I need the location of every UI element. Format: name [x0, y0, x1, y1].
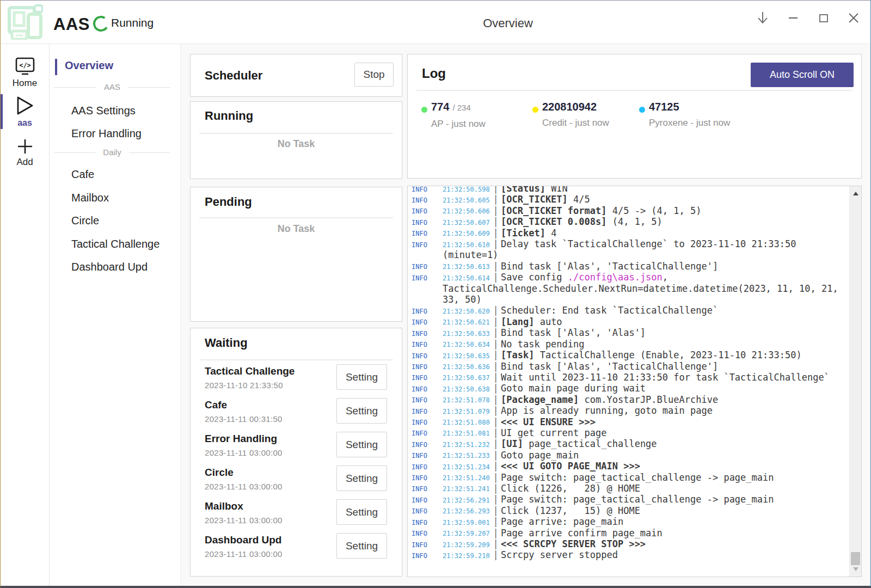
scroll-thumb[interactable]: [851, 552, 860, 565]
download-button[interactable]: [752, 7, 774, 29]
log-line: INFO21:32:59.210|Scrcpy server stopped: [412, 549, 847, 560]
running-spinner-icon: [91, 14, 110, 33]
pending-card: Pending No Task: [190, 187, 402, 322]
log-line: INFO21:32:51.233|Goto page_main: [412, 450, 847, 461]
code-monitor-icon: </>: [15, 57, 35, 76]
pending-empty-label: No Task: [191, 221, 402, 236]
auto-scroll-button[interactable]: Auto Scroll ON: [751, 63, 854, 87]
close-button[interactable]: [843, 7, 864, 29]
pending-divider: [199, 217, 393, 218]
log-line: INFO21:32:51.080|<<< UI ENSURE >>>: [412, 416, 847, 427]
log-line: INFO21:32:50.636|Bind task ['Alas', 'Tac…: [412, 361, 847, 372]
running-card: Running No Task: [190, 101, 402, 179]
waiting-task-row: Tactical Challenge2023-11-10 21:33:50Set…: [205, 363, 387, 397]
waiting-task-row: Error Handling2023-11-11 03:00:00Setting: [205, 431, 387, 464]
log-line: INFO21:32:50.613|Bind task ['Alas', 'Tac…: [412, 261, 847, 272]
setting-button[interactable]: Setting: [336, 465, 387, 491]
waiting-task-time: 2023-11-10 21:33:50: [205, 379, 283, 391]
log-line: INFO21:32:59.207|Page arrive confirm pag…: [412, 528, 847, 538]
setting-button[interactable]: Setting: [336, 364, 387, 390]
log-line: INFO21:32:50.634|No task pending: [412, 339, 847, 350]
log-line: INFO21:32:51.081|UI get current page: [412, 427, 847, 438]
stat-dot-icon: [421, 107, 427, 113]
stat-caption: Pyroxene - just now: [649, 117, 730, 129]
scheduler-title: Scheduler: [205, 67, 262, 84]
setting-button[interactable]: Setting: [336, 432, 387, 457]
stat-dot-icon: [639, 107, 645, 113]
log-line: INFO21:32:50.610|Delay task `TacticalCha…: [412, 238, 847, 249]
log-stat-pyroxene: 47125Pyroxene - just now: [639, 100, 730, 129]
waiting-task-name: Cafe: [205, 398, 227, 412]
log-line: INFO21:32:50.638|Goto main page during w…: [412, 383, 847, 394]
scroll-up-icon[interactable]: [853, 192, 858, 195]
waiting-task-name: Dashboard Upd: [205, 533, 281, 547]
log-line-continuation: 33, 50): [412, 294, 847, 305]
log-output-card[interactable]: INFO21:32:50.598|[Status] WININFO21:32:5…: [407, 186, 862, 577]
waiting-task-row: Dashboard Upd2023-11-11 03:00:00Setting: [205, 532, 387, 566]
app-logo-icon: [5, 4, 43, 40]
stat-caption: Credit - just now: [542, 117, 609, 129]
running-empty-label: No Task: [191, 136, 402, 151]
stat-suffix: / 234: [452, 103, 470, 112]
rail-item-add[interactable]: Add: [1, 138, 49, 168]
log-line: INFO21:32:50.607|[OCR_TICKET 0.008s] (4,…: [412, 216, 847, 227]
left-rail: </> Home aas Add: [1, 44, 50, 586]
stop-button[interactable]: Stop: [354, 63, 394, 87]
setting-button[interactable]: Setting: [336, 499, 387, 525]
log-line: INFO21:32:51.232|[UI] page_tactical_chal…: [412, 438, 847, 449]
nav-item-tactical-challenge[interactable]: Tactical Challenge: [71, 237, 160, 251]
page-title: Overview: [483, 16, 533, 30]
log-line: INFO21:32:50.614|Save config ./config\aa…: [412, 272, 847, 283]
maximize-button[interactable]: [813, 7, 835, 29]
nav-item-dashboard-upd[interactable]: Dashboard Upd: [71, 260, 148, 274]
running-title: Running: [205, 107, 253, 125]
nav-item-overview[interactable]: Overview: [65, 58, 113, 72]
running-status-label: Running: [111, 16, 154, 29]
log-line: INFO21:32:51.078|[Package_name] com.Yost…: [412, 394, 847, 405]
app-name: AAS: [53, 15, 90, 34]
scheduler-card: Scheduler Stop: [190, 54, 402, 97]
nav-item-circle[interactable]: Circle: [71, 213, 99, 228]
close-icon: [848, 13, 859, 23]
waiting-task-name: Tactical Challenge: [205, 364, 295, 378]
log-scrollbar[interactable]: [849, 186, 861, 577]
stat-value: 220810942: [542, 100, 609, 113]
waiting-task-time: 2023-11-11 03:00:00: [205, 481, 283, 493]
nav-item-aas-settings[interactable]: AAS Settings: [71, 103, 136, 118]
log-card: Log Auto Scroll ON 774/ 234AP - just now…: [407, 54, 862, 179]
rail-label-aas: aas: [1, 118, 49, 128]
scroll-down-icon[interactable]: [853, 567, 858, 571]
plus-icon: [17, 138, 33, 155]
log-line-continuation: TacticalChallenge.Scheduler.NextRun=date…: [412, 283, 847, 294]
log-line: INFO21:32:56.293|Click (1237, 15) @ HOME: [412, 505, 847, 516]
log-line: INFO21:32:50.621|[Lang] auto: [412, 316, 847, 327]
log-line: INFO21:32:51.079|App is already running,…: [412, 405, 847, 416]
rail-item-aas[interactable]: aas: [1, 95, 49, 128]
waiting-task-name: Error Handling: [205, 432, 277, 446]
waiting-task-name: Circle: [205, 465, 234, 480]
log-stat-ap: 774/ 234AP - just now: [421, 100, 486, 130]
waiting-title: Waiting: [205, 334, 248, 352]
log-line: INFO21:32:59.209|<<< SCRCPY SERVER STOP …: [412, 538, 847, 549]
nav-item-cafe[interactable]: Cafe: [71, 167, 94, 181]
nav-item-mailbox[interactable]: Mailbox: [71, 191, 109, 205]
minimize-button[interactable]: [782, 7, 804, 29]
setting-button[interactable]: Setting: [336, 398, 387, 424]
log-line: INFO21:32:51.241|Click (1226, 28) @ HOME: [412, 483, 847, 494]
log-line: INFO21:32:56.291|Page switch: page_tacti…: [412, 494, 847, 505]
waiting-divider: [199, 359, 393, 360]
log-line: INFO21:32:50.635|[Task] TacticalChalleng…: [412, 350, 847, 360]
maximize-icon: [819, 14, 828, 22]
rail-item-home[interactable]: </> Home: [1, 57, 49, 89]
stat-dot-icon: [532, 107, 538, 113]
log-line: INFO21:32:50.620|Scheduler: End task `Ta…: [412, 305, 847, 316]
minimize-icon: [789, 17, 798, 19]
nav-item-error-handling[interactable]: Error Handling: [71, 126, 142, 140]
nav-group-divider-aas: AAS: [54, 82, 170, 93]
waiting-task-row: Circle2023-11-11 03:00:00Setting: [205, 464, 387, 498]
waiting-task-time: 2023-11-11 03:00:00: [205, 548, 283, 560]
waiting-task-time: 2023-11-11 00:31:50: [205, 413, 283, 425]
nav-active-indicator: [55, 59, 57, 75]
waiting-task-time: 2023-11-11 03:00:00: [205, 514, 283, 526]
setting-button[interactable]: Setting: [336, 533, 387, 559]
